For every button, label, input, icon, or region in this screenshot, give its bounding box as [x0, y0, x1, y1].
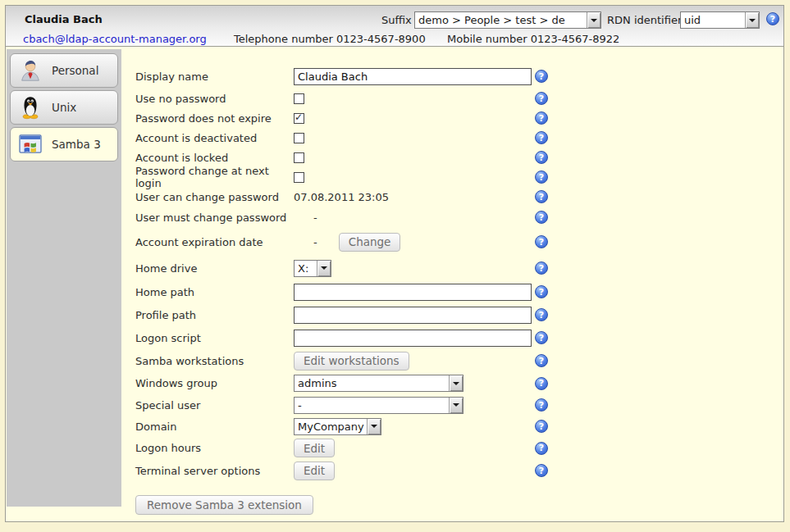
account-title: Claudia Bach — [25, 13, 103, 25]
help-icon[interactable]: ? — [535, 377, 548, 390]
help-icon[interactable]: ? — [535, 331, 548, 344]
row-remove-extension: Remove Samba 3 extension — [135, 495, 578, 515]
home-drive-select-value: X: — [295, 261, 317, 276]
account-deactivated-checkbox[interactable] — [294, 133, 304, 143]
help-icon[interactable]: ? — [535, 111, 548, 125]
home-path-input[interactable] — [294, 284, 532, 301]
user-can-change-pwd-value: 07.08.2011 23:05 — [294, 191, 389, 203]
pwd-change-next-login-checkbox[interactable] — [294, 172, 304, 183]
pwd-change-next-login-label: Password change at next login — [135, 165, 294, 189]
help-icon[interactable]: ? — [535, 190, 548, 203]
special-user-select[interactable]: - — [294, 397, 463, 414]
tux-penguin-icon — [16, 93, 44, 121]
row-use-no-password: Use no password ? — [135, 89, 578, 108]
domain-select[interactable]: MyCompany — [294, 418, 381, 435]
edit-workstations-button[interactable]: Edit workstations — [294, 352, 409, 371]
account-header: Claudia Bach Suffix demo > People > test… — [5, 5, 784, 47]
windows-group-select[interactable]: admins — [294, 375, 463, 392]
row-user-must-change-pwd: User must change password - ? — [135, 207, 578, 228]
samba3-form: Display name ? Use no password ? Passwor… — [135, 64, 578, 515]
tab-unix[interactable]: Unix — [10, 90, 118, 125]
chevron-down-icon — [367, 419, 381, 434]
help-icon[interactable]: ? — [535, 171, 548, 184]
help-icon[interactable]: ? — [535, 70, 548, 83]
tab-samba3[interactable]: Samba 3 — [10, 127, 118, 161]
user-must-change-pwd-label: User must change password — [135, 211, 294, 224]
windows-logo-icon — [16, 130, 44, 158]
change-expiration-button[interactable]: Change — [339, 233, 401, 252]
chevron-down-icon — [745, 12, 759, 28]
logon-hours-label: Logon hours — [135, 442, 294, 454]
use-no-password-checkbox[interactable] — [294, 93, 304, 104]
account-locked-checkbox[interactable] — [294, 152, 304, 163]
help-icon[interactable]: ? — [535, 285, 548, 298]
special-user-select-value: - — [295, 398, 449, 413]
help-icon[interactable]: ? — [535, 308, 548, 321]
home-path-label: Home path — [135, 286, 294, 298]
row-display-name: Display name ? — [135, 64, 578, 89]
terminal-server-label: Terminal server options — [135, 465, 294, 477]
row-terminal-server: Terminal server options Edit ? — [135, 459, 578, 482]
display-name-input[interactable] — [294, 68, 532, 85]
logon-script-label: Logon script — [135, 332, 294, 344]
row-account-deactivated: Account is deactivated ? — [135, 128, 578, 148]
rdn-identifier-select[interactable]: uid — [680, 11, 760, 29]
remove-samba3-extension-button[interactable]: Remove Samba 3 extension — [135, 495, 313, 515]
rdn-identifier-label: RDN identifier — [607, 14, 682, 26]
help-icon[interactable]: ? — [766, 12, 779, 25]
row-logon-script: Logon script ? — [135, 326, 578, 349]
help-icon[interactable]: ? — [535, 92, 548, 105]
tab-unix-label: Unix — [52, 101, 76, 114]
help-icon[interactable]: ? — [535, 235, 548, 248]
account-expiration-label: Account expiration date — [135, 236, 294, 248]
email-link[interactable]: cbach@ldap-account-manager.org — [23, 33, 207, 45]
chevron-down-icon — [449, 398, 463, 413]
edit-terminal-server-button[interactable]: Edit — [294, 462, 335, 480]
profile-path-input[interactable] — [294, 307, 532, 324]
password-no-expire-label: Password does not expire — [135, 112, 294, 125]
display-name-label: Display name — [135, 70, 294, 83]
row-pwd-change-next-login: Password change at next login ? — [135, 167, 578, 187]
chevron-down-icon — [587, 12, 600, 28]
row-special-user: Special user - ? — [135, 394, 578, 416]
help-icon[interactable]: ? — [535, 261, 548, 275]
row-profile-path: Profile path ? — [135, 303, 578, 326]
row-domain: Domain MyCompany ? — [135, 416, 578, 437]
row-windows-group: Windows group admins ? — [135, 372, 578, 394]
account-deactivated-label: Account is deactivated — [135, 132, 294, 144]
password-no-expire-checkbox[interactable] — [294, 113, 304, 124]
help-icon[interactable]: ? — [535, 354, 548, 367]
module-tab-bar: Personal Unix — [7, 49, 121, 507]
account-locked-label: Account is locked — [135, 152, 294, 164]
samba-workstations-label: Samba workstations — [135, 355, 294, 367]
row-home-path: Home path ? — [135, 280, 578, 303]
home-drive-select[interactable]: X: — [294, 260, 331, 277]
telephone-number: Telephone number 0123-4567-8900 — [234, 33, 426, 45]
row-logon-hours: Logon hours Edit ? — [135, 437, 578, 459]
user-icon — [16, 57, 44, 84]
content-panel: Personal Unix — [5, 47, 784, 522]
home-drive-label: Home drive — [135, 262, 294, 275]
logon-script-input[interactable] — [294, 330, 532, 347]
chevron-down-icon — [317, 261, 331, 276]
domain-label: Domain — [135, 421, 294, 433]
row-password-no-expire: Password does not expire ? — [135, 108, 578, 128]
help-icon[interactable]: ? — [535, 211, 548, 224]
help-icon[interactable]: ? — [535, 151, 548, 164]
suffix-select-value: demo > People > test > de — [415, 12, 587, 28]
domain-select-value: MyCompany — [295, 419, 367, 434]
help-icon[interactable]: ? — [535, 398, 548, 412]
edit-logon-hours-button[interactable]: Edit — [294, 439, 335, 457]
rdn-identifier-select-value: uid — [681, 12, 745, 28]
tab-personal[interactable]: Personal — [10, 53, 118, 88]
help-icon[interactable]: ? — [535, 131, 548, 144]
help-icon[interactable]: ? — [535, 442, 548, 455]
tab-personal-label: Personal — [52, 64, 98, 77]
user-can-change-pwd-label: User can change password — [135, 191, 294, 203]
user-must-change-pwd-value: - — [313, 211, 317, 224]
suffix-select[interactable]: demo > People > test > de — [414, 11, 601, 29]
profile-path-label: Profile path — [135, 309, 294, 321]
help-icon[interactable]: ? — [535, 420, 548, 433]
help-icon[interactable]: ? — [535, 464, 548, 477]
account-edit-window: Claudia Bach Suffix demo > People > test… — [5, 5, 784, 522]
